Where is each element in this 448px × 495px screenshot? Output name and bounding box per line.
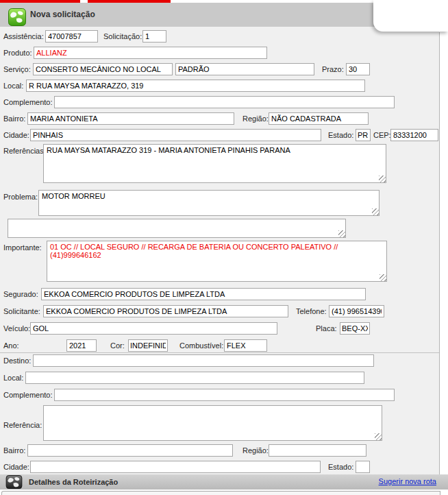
destino-estado-field[interactable] bbox=[356, 461, 370, 473]
estado-field[interactable] bbox=[356, 129, 371, 141]
routing-panel-top bbox=[1, 491, 440, 495]
telefone-label: Telefone: bbox=[296, 307, 327, 315]
destino-bairro-label: Bairro: bbox=[3, 446, 25, 455]
telefone-field[interactable] bbox=[329, 305, 384, 317]
destino-regiao-field[interactable] bbox=[269, 444, 366, 457]
assistencia-field[interactable] bbox=[45, 30, 98, 43]
servico-tipo-field[interactable] bbox=[175, 63, 314, 75]
routing-header-bar: Detalhes da Roteirização Sugerir nova ro… bbox=[0, 474, 448, 490]
solicitacao-field[interactable] bbox=[142, 30, 166, 43]
destino-complemento-field[interactable] bbox=[54, 389, 395, 401]
problema-label: Problema: bbox=[3, 193, 38, 201]
globe-green-icon bbox=[8, 8, 26, 26]
destino-referencia-field[interactable] bbox=[43, 405, 382, 441]
destino-field[interactable] bbox=[33, 354, 374, 367]
veiculo-label: Veículo: bbox=[3, 324, 30, 333]
cep-label: CEP: bbox=[373, 131, 391, 139]
destino-estado-label: Estado: bbox=[328, 463, 353, 471]
servico-field[interactable] bbox=[33, 63, 173, 75]
destino-bairro-field[interactable] bbox=[27, 444, 233, 457]
cor-label: Cor: bbox=[110, 341, 125, 350]
referencias-field[interactable]: RUA MAYSA MATARAZZO 319 - MARIA ANTONIET… bbox=[43, 144, 386, 183]
veiculo-field[interactable] bbox=[30, 322, 277, 335]
new-request-window: Nova solicitação Assistência: Solicitaçã… bbox=[0, 0, 448, 495]
solicitante-field[interactable] bbox=[43, 305, 288, 317]
produto-label: Produto: bbox=[3, 49, 32, 57]
routing-title: Detalhes da Roteirização bbox=[29, 474, 118, 490]
produto-field[interactable] bbox=[34, 47, 267, 59]
destino-referencia-label: Referência: bbox=[3, 421, 42, 429]
estado-label: Estado: bbox=[328, 131, 353, 139]
assistencia-label: Assistência: bbox=[3, 32, 44, 40]
observacao-field[interactable] bbox=[8, 219, 346, 238]
cidade-label: Cidade: bbox=[3, 131, 29, 139]
destino-cidade-field[interactable] bbox=[30, 461, 321, 473]
destino-local-label: Local: bbox=[3, 374, 23, 382]
solicitante-label: Solicitante: bbox=[3, 307, 40, 315]
ano-field[interactable] bbox=[66, 339, 97, 352]
destino-label: Destino: bbox=[3, 357, 31, 365]
complemento-label: Complemento: bbox=[3, 98, 53, 106]
local-field[interactable] bbox=[26, 80, 365, 92]
section-divider bbox=[0, 352, 439, 353]
cor-field[interactable] bbox=[128, 339, 168, 352]
regiao-label: Região: bbox=[242, 114, 269, 123]
popup-panel bbox=[373, 0, 448, 32]
right-margin bbox=[440, 27, 448, 490]
placa-label: Placa: bbox=[316, 324, 337, 333]
combustivel-field[interactable] bbox=[224, 339, 267, 352]
page-title: Nova solicitação bbox=[30, 3, 95, 27]
globe-dark-icon bbox=[5, 475, 23, 489]
regiao-field[interactable] bbox=[269, 112, 369, 125]
bairro-field[interactable] bbox=[27, 112, 234, 125]
ano-label: Ano: bbox=[3, 341, 19, 350]
importante-field[interactable]: 01 OC // LOCAL SEGURO // RECARGA DE BATE… bbox=[47, 241, 387, 282]
destino-complemento-label: Complemento: bbox=[3, 391, 53, 399]
local-label: Local: bbox=[3, 82, 23, 90]
destino-cidade-label: Cidade: bbox=[3, 463, 29, 471]
prazo-field[interactable] bbox=[346, 63, 370, 75]
segurado-label: Segurado: bbox=[3, 290, 38, 298]
complemento-field[interactable] bbox=[54, 96, 395, 108]
content-right-border bbox=[439, 32, 440, 474]
placa-field[interactable] bbox=[340, 322, 370, 335]
servico-label: Serviço: bbox=[3, 65, 31, 73]
cidade-field[interactable] bbox=[30, 129, 321, 141]
prazo-label: Prazo: bbox=[322, 65, 344, 73]
combustivel-label: Combustível: bbox=[179, 341, 223, 350]
importante-label: Importante: bbox=[3, 243, 42, 252]
problema-field[interactable]: MOTOR MORREU bbox=[38, 190, 379, 216]
bairro-label: Bairro: bbox=[3, 114, 25, 123]
segurado-field[interactable] bbox=[41, 288, 366, 300]
destino-regiao-label: Região: bbox=[242, 446, 269, 455]
referencias-label: Referências: bbox=[3, 147, 46, 155]
solicitacao-label: Solicitação: bbox=[103, 32, 142, 40]
cep-field[interactable] bbox=[390, 129, 438, 141]
destino-local-field[interactable] bbox=[25, 372, 364, 384]
suggest-new-route-link[interactable]: Sugerir nova rota bbox=[379, 477, 436, 485]
